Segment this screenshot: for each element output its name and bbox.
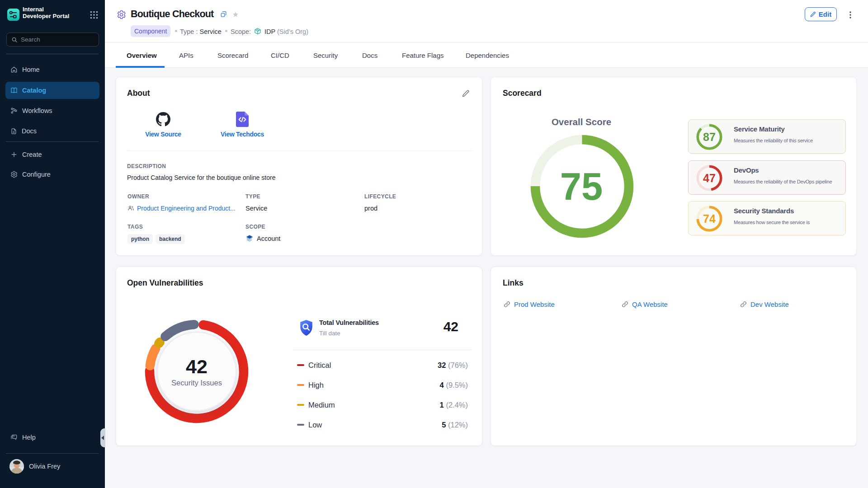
- svg-text:74: 74: [703, 212, 716, 225]
- svg-text:87: 87: [703, 131, 716, 143]
- svg-text:?: ?: [13, 435, 14, 438]
- svg-text:47: 47: [703, 172, 716, 184]
